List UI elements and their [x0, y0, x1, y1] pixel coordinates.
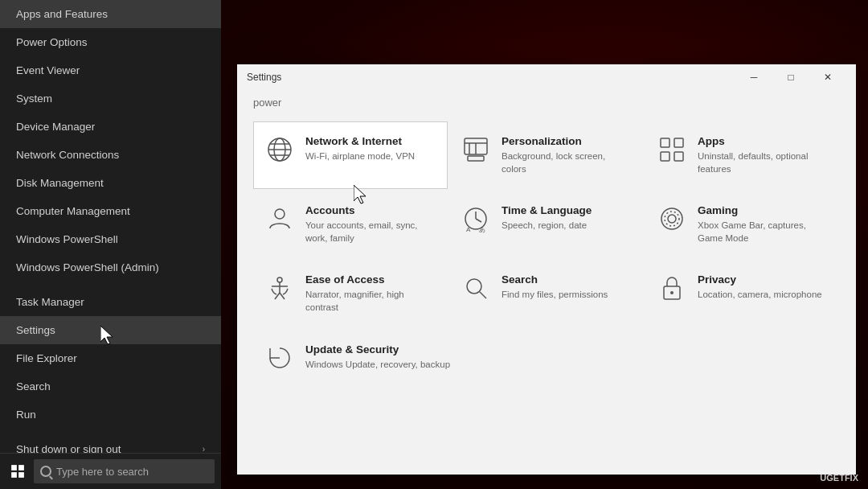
apps-icon: [657, 135, 686, 164]
menu-item-label: Device Manager: [16, 121, 95, 133]
svg-rect-3: [18, 472, 24, 478]
settings-item-network[interactable]: Network & InternetWi-Fi, airplane mode, …: [253, 121, 448, 189]
svg-line-21: [476, 219, 481, 222]
settings-item-time[interactable]: A あ Time & LanguageSpeech, region, date: [449, 191, 644, 258]
settings-item-text-gaming: GamingXbox Game Bar, captures, Game Mode: [698, 204, 828, 244]
settings-item-text-search: SearchFind my files, permissions: [502, 273, 608, 301]
menu-item-label: Windows PowerShell: [16, 233, 118, 245]
settings-item-privacy[interactable]: PrivacyLocation, camera, microphone: [645, 260, 840, 327]
svg-rect-0: [11, 465, 17, 471]
settings-item-text-accounts: AccountsYour accounts, email, sync, work…: [305, 204, 436, 244]
clock-icon: A あ: [461, 204, 490, 233]
settings-item-text-apps: AppsUninstall, defaults, optional featur…: [698, 135, 828, 175]
settings-item-subtitle-network: Wi-Fi, airplane mode, VPN: [305, 150, 415, 162]
settings-item-subtitle-search: Find my files, permissions: [502, 288, 608, 301]
menu-item-label: Event Viewer: [16, 64, 80, 76]
menu-item-label: Power Options: [16, 36, 88, 48]
settings-item-update[interactable]: Update & SecurityWindows Update, recover…: [253, 330, 840, 386]
svg-rect-2: [11, 472, 17, 478]
settings-grid: Network & InternetWi-Fi, airplane mode, …: [253, 121, 840, 386]
svg-point-26: [668, 215, 676, 223]
settings-item-ease[interactable]: Ease of AccessNarrator, magnifier, high …: [253, 260, 448, 327]
context-menu: Apps and FeaturesPower OptionsEvent View…: [0, 0, 221, 489]
menu-item-file-explorer[interactable]: File Explorer: [0, 344, 221, 372]
menu-item-search[interactable]: Search: [0, 372, 221, 401]
settings-item-gaming[interactable]: GamingXbox Game Bar, captures, Game Mode: [645, 191, 840, 258]
menu-item-windows-powershell-admin[interactable]: Windows PowerShell (Admin): [0, 253, 221, 281]
settings-item-search[interactable]: SearchFind my files, permissions: [449, 260, 644, 327]
settings-item-apps[interactable]: AppsUninstall, defaults, optional featur…: [645, 121, 840, 189]
svg-point-35: [670, 291, 674, 294]
menu-item-task-manager[interactable]: Task Manager: [0, 288, 221, 316]
accessibility-icon: [265, 273, 294, 302]
settings-item-title-ease: Ease of Access: [305, 273, 436, 286]
settings-window: Settings ─ □ ✕ power Network & InternetW…: [237, 64, 856, 475]
svg-point-27: [277, 277, 282, 282]
svg-text:A: A: [466, 226, 471, 233]
menu-item-label: Computer Management: [16, 205, 130, 217]
menu-item-apps-and-features[interactable]: Apps and Features: [0, 0, 221, 28]
menu-item-label: Windows PowerShell (Admin): [16, 261, 159, 273]
svg-rect-16: [661, 152, 669, 161]
menu-item-label: Search: [16, 380, 51, 392]
person-icon: [265, 204, 294, 233]
menu-item-computer-management[interactable]: Computer Management: [0, 197, 221, 225]
gaming-icon: [657, 204, 686, 233]
menu-item-settings[interactable]: Settings: [0, 316, 221, 344]
svg-rect-15: [674, 138, 683, 147]
settings-item-title-network: Network & Internet: [305, 135, 415, 147]
settings-item-title-gaming: Gaming: [698, 204, 828, 216]
menu-item-network-connections[interactable]: Network Connections: [0, 141, 221, 169]
settings-item-text-network: Network & InternetWi-Fi, airplane mode, …: [305, 135, 415, 162]
settings-item-subtitle-update: Windows Update, recovery, backup: [305, 358, 450, 371]
settings-item-subtitle-apps: Uninstall, defaults, optional features: [698, 150, 828, 175]
settings-item-text-personalization: PersonalizationBackground, lock screen, …: [502, 135, 632, 175]
settings-item-subtitle-personalization: Background, lock screen, colors: [502, 150, 632, 175]
settings-item-title-apps: Apps: [698, 135, 828, 147]
settings-item-subtitle-accounts: Your accounts, email, sync, work, family: [305, 219, 436, 244]
svg-rect-13: [468, 156, 484, 161]
privacy-icon: [657, 273, 686, 302]
menu-item-system[interactable]: System: [0, 84, 221, 113]
settings-item-text-update: Update & SecurityWindows Update, recover…: [305, 343, 450, 371]
menu-item-windows-powershell[interactable]: Windows PowerShell: [0, 225, 221, 253]
settings-item-text-time: Time & LanguageSpeech, region, date: [502, 204, 592, 232]
settings-item-personalization[interactable]: PersonalizationBackground, lock screen, …: [449, 121, 644, 189]
settings-item-subtitle-gaming: Xbox Game Bar, captures, Game Mode: [698, 219, 828, 244]
menu-item-label: Disk Management: [16, 177, 104, 189]
window-title: Settings: [247, 72, 281, 83]
settings-item-subtitle-ease: Narrator, magnifier, high contrast: [305, 288, 436, 314]
svg-rect-17: [674, 152, 683, 161]
globe-icon: [265, 135, 294, 164]
taskbar: Type here to search: [0, 453, 221, 489]
settings-item-title-update: Update & Security: [305, 343, 450, 355]
settings-item-accounts[interactable]: AccountsYour accounts, email, sync, work…: [253, 191, 448, 258]
settings-content: power Network & InternetWi-Fi, airplane …: [237, 90, 856, 475]
settings-item-subtitle-privacy: Location, camera, microphone: [698, 288, 822, 301]
menu-item-event-viewer[interactable]: Event Viewer: [0, 56, 221, 84]
menu-item-disk-management[interactable]: Disk Management: [0, 169, 221, 197]
menu-item-power-options[interactable]: Power Options: [0, 28, 221, 56]
update-icon: [265, 343, 294, 372]
menu-item-label: Task Manager: [16, 296, 84, 308]
svg-text:あ: あ: [479, 226, 485, 233]
maximize-button[interactable]: □: [772, 64, 809, 90]
svg-line-33: [480, 292, 486, 298]
close-button[interactable]: ✕: [809, 64, 846, 90]
menu-item-device-manager[interactable]: Device Manager: [0, 113, 221, 141]
svg-point-18: [275, 209, 285, 219]
minimize-button[interactable]: ─: [735, 64, 772, 90]
search-placeholder: Type here to search: [56, 466, 149, 478]
title-bar: Settings ─ □ ✕: [237, 64, 856, 90]
start-button[interactable]: [6, 460, 29, 483]
svg-rect-1: [18, 465, 24, 471]
menu-item-run[interactable]: Run: [0, 401, 221, 429]
branding: UGETFIX: [820, 473, 858, 483]
taskbar-search-box[interactable]: Type here to search: [34, 459, 215, 483]
settings-item-subtitle-time: Speech, region, date: [502, 219, 592, 232]
window-controls: ─ □ ✕: [735, 64, 846, 90]
svg-point-32: [467, 279, 481, 294]
brush-icon: [461, 135, 490, 164]
menu-item-label: Apps and Features: [16, 8, 108, 20]
menu-item-label: Run: [16, 409, 36, 421]
